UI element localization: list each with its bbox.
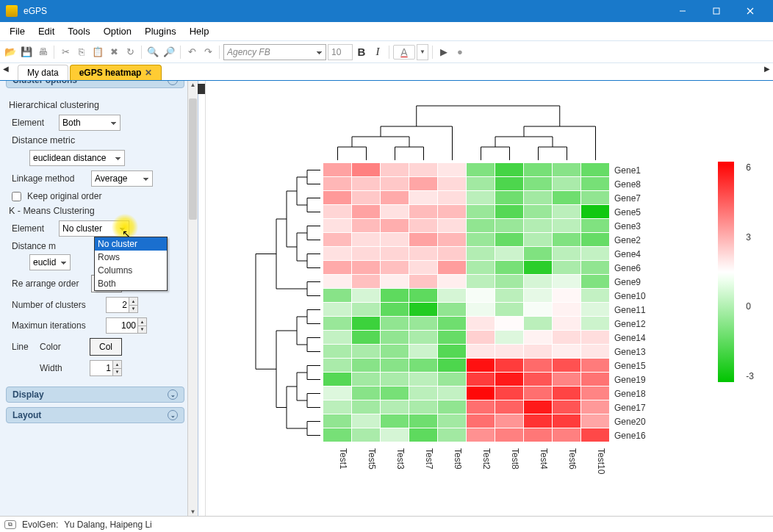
svg-rect-81 [524,261,552,274]
play-icon[interactable]: ▶ [436,45,451,60]
svg-rect-36 [381,205,409,218]
linkage-method-select[interactable]: Average [91,170,153,187]
svg-text:Gene8: Gene8 [614,179,641,190]
svg-rect-121 [524,317,552,330]
font-color-dropdown[interactable]: ▼ [417,44,428,60]
menu-tools[interactable]: Tools [61,23,96,40]
panel-header-label: Cluster options [12,81,77,85]
expand-icon[interactable]: ⌄ [168,389,178,400]
font-color-button[interactable]: A [393,45,415,60]
svg-rect-82 [553,261,580,274]
spin-up-icon[interactable]: ▲ [129,298,137,306]
maximize-button[interactable] [700,0,733,22]
minimize-button[interactable] [666,0,700,22]
print-icon[interactable]: 🖶 [35,45,50,60]
collapse-icon[interactable]: ⌃ [168,81,178,85]
svg-rect-56 [381,233,409,246]
tab-scroll-right-icon[interactable]: ▶ [764,65,770,73]
link-icon: ⧉ [4,520,16,529]
italic-button[interactable]: I [370,45,385,60]
svg-rect-77 [409,261,437,274]
scroll-thumb[interactable] [189,98,197,220]
zoom-in-icon[interactable]: 🔍 [145,45,160,60]
copy-icon[interactable]: ⎘ [74,45,89,60]
svg-rect-190 [495,414,523,428]
tab-egps-heatmap[interactable]: eGPS heatmap ✕ [70,65,162,80]
menu-edit[interactable]: Edit [32,23,61,40]
refresh-icon[interactable]: ↻ [123,45,137,60]
cut-icon[interactable]: ✂ [58,45,73,60]
line-color-button[interactable]: Col [90,338,122,356]
expand-icon[interactable]: ⌄ [168,410,178,420]
menubar: File Edit Tools Option Plugins Help [0,22,773,41]
menu-file[interactable]: File [3,23,32,40]
splitter-handle-icon[interactable] [198,84,205,94]
hier-element-select[interactable]: Both [59,115,121,131]
svg-text:Test8: Test8 [510,448,520,470]
panel-header-display[interactable]: Display ⌄ [6,387,184,403]
spin-down-icon[interactable]: ▼ [129,306,137,313]
svg-rect-90 [495,275,523,288]
stop-icon[interactable]: ● [453,45,467,60]
spin-up-icon[interactable]: ▲ [137,318,146,326]
kmeans-element-select[interactable]: No cluster [59,220,129,237]
dropdown-option[interactable]: Rows [95,251,167,264]
kmeans-distance-select[interactable]: euclid [29,254,71,270]
svg-rect-176 [381,400,409,414]
svg-rect-200 [495,428,523,442]
sidebar-scrollbar[interactable]: ▲ ▼ [187,81,198,516]
font-size-input[interactable] [328,44,353,60]
paste-icon[interactable]: 📋 [90,45,105,60]
bold-button[interactable]: B [354,45,369,60]
delete-icon[interactable]: ✖ [107,45,121,60]
close-button[interactable] [733,0,767,22]
scroll-down-icon[interactable]: ▼ [188,508,198,515]
dropdown-option[interactable]: No cluster [95,237,167,251]
tab-my-data[interactable]: My data [18,65,68,80]
app-logo-icon [6,5,18,17]
tab-scroll-left-icon[interactable]: ◀ [3,65,9,73]
menu-plugins[interactable]: Plugins [138,23,183,40]
svg-rect-98 [438,289,466,302]
svg-rect-25 [352,191,380,204]
kmeans-element-dropdown[interactable]: No cluster Rows Columns Both [94,237,168,291]
scroll-up-icon[interactable]: ▲ [188,82,198,88]
menu-help[interactable]: Help [183,23,216,40]
element-label: Element [12,118,53,128]
svg-rect-184 [323,414,351,428]
svg-rect-18 [438,177,466,190]
redo-icon[interactable]: ↷ [201,45,215,60]
splitter[interactable] [198,81,206,516]
distance-metric-select[interactable]: euclidean distance [29,150,125,166]
keep-order-checkbox[interactable] [12,192,21,201]
font-name-select[interactable]: Agency FB [223,44,326,60]
panel-header-label: Layout [12,410,41,420]
svg-rect-124 [323,331,351,344]
svg-rect-170 [495,387,523,400]
svg-rect-59 [467,233,495,246]
save-icon[interactable]: 💾 [19,45,34,60]
svg-rect-73 [581,247,609,260]
spin-up-icon[interactable]: ▲ [112,361,121,369]
svg-rect-178 [438,400,466,414]
svg-rect-144 [323,359,351,372]
tab-close-icon[interactable]: ✕ [145,68,152,78]
open-icon[interactable]: 📂 [3,45,18,60]
panel-header-layout[interactable]: Layout ⌄ [6,407,184,423]
svg-rect-145 [352,359,380,372]
panel-header-cluster[interactable]: Cluster options ⌃ [6,81,184,88]
undo-icon[interactable]: ↶ [184,45,199,60]
svg-rect-7 [409,163,437,176]
svg-rect-106 [381,303,409,316]
spin-down-icon[interactable]: ▼ [137,326,146,334]
svg-rect-14 [323,177,351,190]
svg-rect-112 [553,303,580,316]
zoom-out-icon[interactable]: 🔎 [162,45,176,60]
menu-option[interactable]: Option [97,23,138,40]
dropdown-option[interactable]: Columns [95,264,167,277]
legend-gradient [718,162,734,382]
spin-down-icon[interactable]: ▼ [112,369,121,376]
dropdown-option[interactable]: Both [95,277,167,290]
separator [54,46,54,59]
svg-rect-183 [581,400,609,414]
